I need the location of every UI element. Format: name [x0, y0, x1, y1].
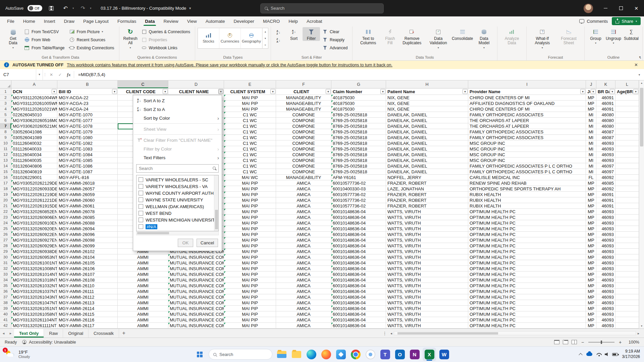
cell[interactable]: MAI PIP	[224, 226, 276, 232]
cell[interactable]: FAMILY ORTHOPEDIC ASSOCIATES	[468, 112, 586, 118]
undo-chevron-icon[interactable]: ▾	[72, 7, 74, 10]
cell[interactable]	[615, 146, 639, 152]
cell[interactable]: AMMI	[118, 306, 168, 311]
cell[interactable]: MAI PIP	[224, 95, 276, 101]
cell[interactable]: 022626045010	[11, 112, 57, 118]
cell[interactable]: WATTS, VIRUTH	[386, 311, 468, 317]
cell[interactable]: MI	[586, 140, 596, 146]
cell[interactable]: MGY031320260922EN	[11, 232, 57, 237]
cell[interactable]: C1 WC	[224, 118, 276, 123]
cell[interactable]: C1 WC	[224, 169, 276, 175]
cell[interactable]: MUTUAL INSURANCE COMP	[168, 311, 224, 317]
cell[interactable]: MGY-ADTE-1086	[57, 163, 118, 169]
sort-descending-button[interactable]: ZA↓	[273, 37, 283, 44]
normal-view-icon[interactable]	[554, 340, 559, 344]
taskbar-app-file-explorer[interactable]	[275, 348, 288, 361]
cell[interactable]: 031326040806	[11, 163, 57, 169]
cell[interactable]: AMICA	[276, 277, 331, 283]
cell[interactable]: OPTIMUM HEALTH PC	[468, 220, 586, 226]
cell[interactable]: MGY031320261008NT	[11, 266, 57, 272]
cell[interactable]: C1 WC	[224, 135, 276, 140]
cell[interactable]: 8769-25-0025818	[331, 152, 386, 158]
from-picture-button[interactable]: From Picture▾	[67, 28, 117, 35]
filter-button[interactable]	[163, 89, 168, 94]
cell[interactable]: 46093	[596, 260, 615, 266]
cell[interactable]: MAI PIP	[224, 317, 276, 323]
sheet-tab-text-only[interactable]: Text Only	[14, 329, 44, 338]
cell[interactable]: 46091	[596, 101, 615, 106]
ribbon-tab-insert[interactable]: Insert	[40, 16, 60, 26]
cell[interactable]: 60010148636-04	[331, 249, 386, 254]
cell[interactable]: AMICA	[276, 323, 331, 328]
cell[interactable]: OPTIMUM HEALTH PC	[468, 306, 586, 311]
column-header-a[interactable]: A	[11, 80, 57, 88]
cell[interactable]: MGY031320261047NT	[11, 300, 57, 306]
cell[interactable]	[615, 260, 639, 266]
cell[interactable]: MP	[586, 237, 596, 243]
cell[interactable]: MP	[586, 232, 596, 237]
cell[interactable]: AMMI	[118, 300, 168, 306]
cell[interactable]: MP	[586, 226, 596, 232]
cell[interactable]: COMPONE	[276, 169, 331, 175]
cell[interactable]: WATTS, VIRUTH	[386, 237, 468, 243]
cell[interactable]: COMPONE	[276, 163, 331, 169]
cell[interactable]: 46093	[596, 249, 615, 254]
cell[interactable]: MUTUAL INSURANCE COMP	[168, 317, 224, 323]
cell[interactable]: MUTUAL INSURANCE COMP	[168, 254, 224, 260]
gallery-up-icon[interactable]: ▴	[263, 28, 268, 35]
cell[interactable]: 46091	[596, 197, 615, 203]
ribbon-tab-draw[interactable]: Draw	[60, 16, 79, 26]
cell[interactable]: MGY-AMMI-26104	[57, 254, 118, 260]
cell[interactable]: MP	[586, 106, 596, 112]
cell[interactable]: C1 WC	[224, 152, 276, 158]
cell[interactable]: RUBIX HEALTH	[468, 203, 586, 209]
cell[interactable]: 031126040033	[11, 146, 57, 152]
taskbar-app-edge[interactable]	[305, 348, 318, 361]
zoom-out-icon[interactable]: −	[580, 340, 585, 345]
cell[interactable]: RENEW SPINE AND REHAB	[468, 180, 586, 186]
cell[interactable]	[615, 123, 639, 129]
ribbon-tab-macro[interactable]: MACRO	[259, 16, 284, 26]
cell[interactable]: DANEILAK, DANIEL	[386, 129, 468, 135]
cell[interactable]: MP	[586, 294, 596, 300]
cell[interactable]: 46093	[596, 215, 615, 220]
cell[interactable]: WATTS, VIRUTH	[386, 294, 468, 300]
column-header-cell[interactable]: Ju	[586, 88, 596, 95]
cell[interactable]: MUTUAL INSURANCE COMP	[168, 289, 224, 294]
cell[interactable]: 46093	[596, 317, 615, 323]
cell[interactable]: MP	[586, 283, 596, 289]
filter-button[interactable]	[112, 89, 117, 94]
row-number[interactable]: 24	[0, 220, 11, 226]
cell[interactable]: MGY-ADTE-1082	[57, 140, 118, 146]
column-header-cell[interactable]: DCN	[11, 88, 57, 95]
cell[interactable]: MANAGEABILITY	[276, 95, 331, 101]
group-button[interactable]: Group▾	[587, 27, 604, 45]
cell[interactable]	[615, 226, 639, 232]
enter-entry-button[interactable]: ✓	[56, 69, 64, 80]
cell[interactable]: 8769-25-0025818	[331, 135, 386, 140]
cell[interactable]: MGY-AMMI-26117	[57, 323, 118, 328]
ribbon-tab-view[interactable]: View	[183, 16, 201, 26]
sheet-tab-crosswalk[interactable]: Crosswalk	[89, 329, 119, 338]
cell[interactable]: 60010577736-02	[331, 180, 386, 186]
column-header-cell[interactable]: CLIENT CODE	[118, 88, 168, 95]
cell[interactable]: MAI PIP	[224, 254, 276, 260]
cell[interactable]	[615, 169, 639, 175]
row-number[interactable]: 19	[0, 192, 11, 197]
cell[interactable]: 46093	[596, 294, 615, 300]
zoom-slider[interactable]	[588, 342, 614, 343]
formula-bar-resize-handle[interactable]: ⋮	[43, 69, 47, 80]
cell[interactable]: MSC GROUP INC	[468, 146, 586, 152]
cell[interactable]: AMICA	[276, 237, 331, 243]
cell[interactable]: MUTUAL INSURANCE COMP	[168, 272, 224, 277]
filter-button[interactable]	[218, 89, 223, 94]
maximize-button[interactable]	[613, 0, 629, 16]
menu-item-sort-z-to-a[interactable]: ZA↓Sort Z to A	[133, 105, 222, 114]
from-table-range-button[interactable]: From Table/Range	[22, 44, 67, 51]
filter-button[interactable]	[52, 89, 57, 94]
cell[interactable]: MGY-ADTE-1087	[57, 169, 118, 175]
cell[interactable]: 030526041089	[11, 135, 57, 140]
cell[interactable]: 8769-25-0025818	[331, 146, 386, 152]
cell[interactable]: OPTIMUM HEALTH PC	[468, 317, 586, 323]
cell[interactable]	[615, 277, 639, 283]
